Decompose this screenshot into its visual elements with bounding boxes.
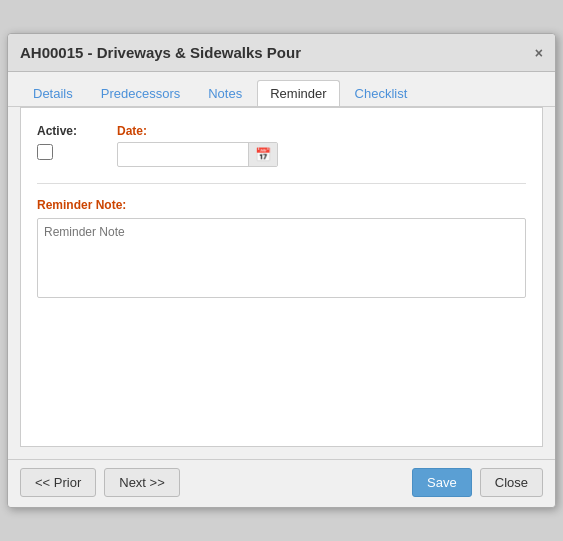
footer-right: Save Close <box>412 468 543 497</box>
dialog-title: AH00015 - Driveways & Sidewalks Pour <box>20 44 301 61</box>
active-field-group: Active: <box>37 124 77 160</box>
tab-checklist[interactable]: Checklist <box>342 80 421 106</box>
close-x-button[interactable]: × <box>535 45 543 61</box>
dialog-body: Active: Date: 📅 Reminder Note: <box>20 107 543 447</box>
calendar-button[interactable]: 📅 <box>248 143 277 166</box>
active-label: Active: <box>37 124 77 138</box>
date-input-wrapper: 📅 <box>117 142 278 167</box>
date-input[interactable] <box>118 144 248 166</box>
date-label: Date: <box>117 124 278 138</box>
active-checkbox[interactable] <box>37 144 53 160</box>
dialog: AH00015 - Driveways & Sidewalks Pour × D… <box>7 33 556 508</box>
title-bar: AH00015 - Driveways & Sidewalks Pour × <box>8 34 555 72</box>
footer-left: << Prior Next >> <box>20 468 180 497</box>
reminder-note-textarea[interactable] <box>37 218 526 298</box>
tab-reminder[interactable]: Reminder <box>257 80 339 106</box>
active-date-row: Active: Date: 📅 <box>37 124 526 167</box>
close-button[interactable]: Close <box>480 468 543 497</box>
separator <box>37 183 526 184</box>
tab-bar: Details Predecessors Notes Reminder Chec… <box>8 72 555 107</box>
calendar-icon: 📅 <box>255 147 271 162</box>
reminder-note-section: Reminder Note: <box>37 198 526 301</box>
tab-predecessors[interactable]: Predecessors <box>88 80 193 106</box>
tab-notes[interactable]: Notes <box>195 80 255 106</box>
save-button[interactable]: Save <box>412 468 472 497</box>
dialog-footer: << Prior Next >> Save Close <box>8 459 555 507</box>
tab-details[interactable]: Details <box>20 80 86 106</box>
date-field-group: Date: 📅 <box>117 124 278 167</box>
next-button[interactable]: Next >> <box>104 468 180 497</box>
prior-button[interactable]: << Prior <box>20 468 96 497</box>
reminder-note-label: Reminder Note: <box>37 198 526 212</box>
